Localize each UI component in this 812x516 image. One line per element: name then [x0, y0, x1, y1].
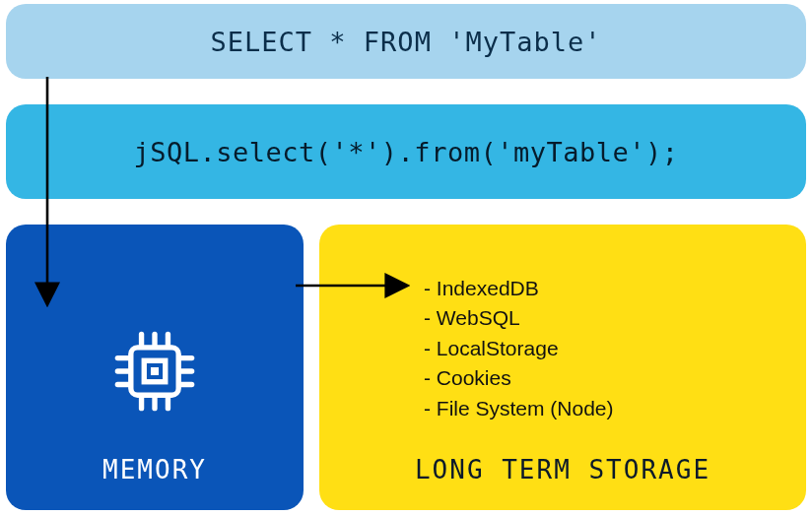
sql-statement-box: SELECT * FROM 'MyTable' [6, 4, 806, 79]
right-arrow-icon [296, 274, 414, 297]
storage-label: LONG TERM STORAGE [319, 455, 806, 484]
sql-statement-text: SELECT * FROM 'MyTable' [211, 27, 602, 57]
list-item: - File System (Node) [424, 394, 614, 423]
list-item: - Cookies [424, 363, 614, 393]
list-item: - IndexedDB [424, 274, 614, 303]
list-item: - WebSQL [424, 303, 614, 333]
svg-rect-14 [151, 367, 159, 375]
memory-label: MEMORY [102, 455, 207, 484]
jsql-code-text: jSQL.select('*').from('myTable'); [134, 137, 679, 167]
cpu-chip-icon [112, 329, 197, 414]
list-item: - LocalStorage [424, 334, 614, 363]
jsql-code-box: jSQL.select('*').from('myTable'); [6, 104, 806, 199]
down-arrow-icon [35, 77, 65, 313]
storage-list: - IndexedDB - WebSQL - LocalStorage - Co… [424, 274, 614, 423]
long-term-storage-box: - IndexedDB - WebSQL - LocalStorage - Co… [319, 225, 806, 510]
